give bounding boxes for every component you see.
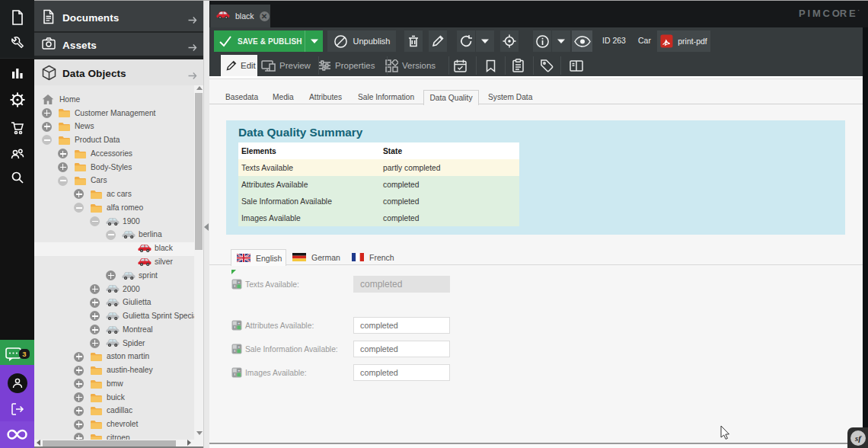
svg-text:sf: sf <box>854 434 862 443</box>
svg-text:+: + <box>238 344 240 349</box>
svg-text:+: + <box>238 280 240 284</box>
svg-text:+: + <box>238 321 240 325</box>
svg-text:+: + <box>238 368 240 373</box>
svg-text:3: 3 <box>22 350 26 358</box>
